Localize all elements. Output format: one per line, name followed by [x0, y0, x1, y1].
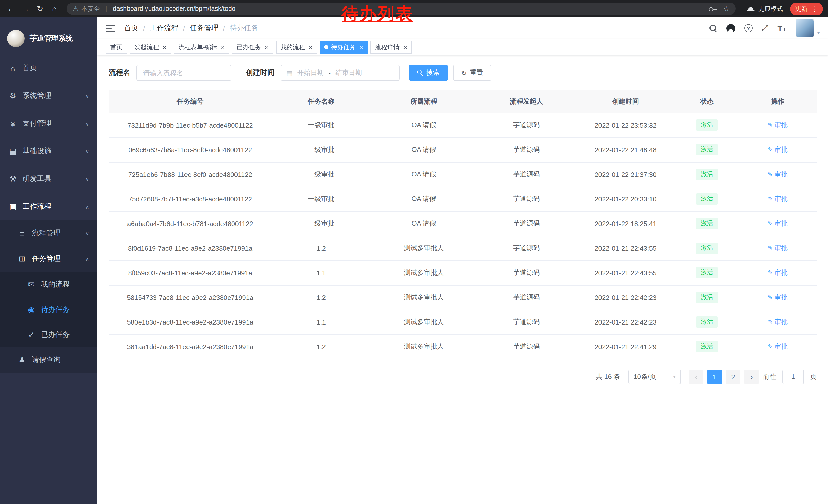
create-time: 2022-01-22 21:37:30 [576, 162, 675, 187]
search-button[interactable]: 搜索 [409, 64, 448, 81]
filter-row: 流程名 创建时间 ▦ 开始日期 - 结束日期 搜索 ↻ [109, 64, 817, 81]
sidebar-item-done-task[interactable]: ✓ 已办任务 [0, 322, 97, 347]
create-time: 2022-01-21 22:43:55 [576, 261, 675, 285]
incognito-badge: 无痕模式 [742, 3, 788, 15]
sidebar-item-home[interactable]: ⌂ 首页 [0, 54, 97, 82]
goto-page-input[interactable] [782, 369, 804, 384]
sidebar-item-process-mgmt[interactable]: ≡ 流程管理 ∨ [0, 221, 97, 246]
sidebar-item-system[interactable]: ⚙ 系统管理 ∨ [0, 82, 97, 110]
tab-item[interactable]: 发起流程× [130, 41, 171, 54]
table-row: a6aba0a4-7b6d-11ec-b781-acde48001122一级审批… [109, 211, 817, 236]
close-icon[interactable]: × [309, 44, 313, 50]
task-name: 一级审批 [272, 162, 371, 187]
approve-link[interactable]: ✎审批 [768, 220, 788, 227]
status-badge: 激活 [696, 267, 718, 278]
sidebar-item-devtools[interactable]: ⚒ 研发工具 ∨ [0, 165, 97, 193]
page-button-2[interactable]: 2 [726, 369, 740, 384]
sidebar-toggle-icon[interactable] [106, 25, 115, 32]
task-id: 381aa1dd-7ac8-11ec-a9e2-a2380e71991a [109, 334, 272, 359]
forward-icon[interactable]: → [19, 0, 32, 17]
reset-button[interactable]: ↻ 重置 [453, 64, 492, 81]
close-icon[interactable]: × [359, 44, 363, 50]
approve-link[interactable]: ✎审批 [768, 342, 788, 350]
tab-item[interactable]: 流程详情× [370, 41, 412, 54]
sidebar-item-payment[interactable]: ¥ 支付管理 ∨ [0, 110, 97, 137]
create-time: 2022-01-22 23:53:32 [576, 113, 675, 137]
start-date-placeholder[interactable]: 开始日期 [297, 68, 324, 78]
sidebar-item-label: 任务管理 [32, 254, 60, 264]
approve-link[interactable]: ✎审批 [768, 244, 788, 252]
chevron-down-icon[interactable]: ▾ [817, 30, 820, 35]
status-cell: 激活 [675, 334, 739, 359]
close-icon[interactable]: × [265, 44, 268, 50]
sidebar-item-my-process[interactable]: ✉ 我的流程 [0, 272, 97, 297]
tab-item[interactable]: 我的流程× [276, 41, 317, 54]
refresh-icon[interactable]: ↻ [34, 0, 46, 17]
task-id: a6aba0a4-7b6d-11ec-b781-acde48001122 [109, 211, 272, 236]
approve-link[interactable]: ✎审批 [768, 269, 788, 276]
sidebar-item-workflow[interactable]: ▣ 工作流程 ∧ [0, 193, 97, 221]
app-logo-row[interactable]: 芋道管理系统 [0, 17, 97, 54]
question-icon[interactable]: ? [744, 24, 753, 32]
breadcrumb-item[interactable]: 首页 [124, 24, 138, 33]
process-name-input[interactable] [136, 64, 232, 81]
approve-link[interactable]: ✎审批 [768, 195, 788, 202]
sidebar-item-leave-query[interactable]: ♟ 请假查询 [0, 347, 97, 373]
chevron-up-icon: ∧ [85, 204, 89, 210]
approve-link[interactable]: ✎审批 [768, 318, 788, 326]
chevron-down-icon: ∨ [85, 148, 89, 154]
end-date-placeholder[interactable]: 结束日期 [335, 68, 362, 78]
process-starter: 芋道源码 [477, 211, 576, 236]
search-button-label: 搜索 [426, 68, 440, 78]
approve-link[interactable]: ✎审批 [768, 146, 788, 153]
sidebar-item-task-mgmt[interactable]: ⊞ 任务管理 ∧ [0, 246, 97, 272]
create-time: 2022-01-21 22:42:23 [576, 310, 675, 334]
approve-link[interactable]: ✎审批 [768, 170, 788, 178]
sidebar-item-label: 基础设施 [23, 147, 51, 156]
column-header: 任务编号 [109, 90, 272, 113]
date-range-picker[interactable]: ▦ 开始日期 - 结束日期 [281, 64, 400, 81]
page-button-1[interactable]: 1 [707, 369, 722, 384]
github-icon[interactable] [727, 24, 735, 33]
search-icon[interactable] [709, 25, 717, 32]
active-tab-dot [325, 45, 329, 49]
tab-item[interactable]: 已办任务× [232, 41, 273, 54]
task-name: 一级审批 [272, 211, 371, 236]
sidebar-item-label: 研发工具 [23, 174, 51, 184]
prev-page-button[interactable]: ‹ [689, 369, 703, 384]
task-name: 1.1 [272, 310, 371, 334]
avatar[interactable] [796, 19, 814, 37]
process-starter: 芋道源码 [477, 261, 576, 285]
url-text[interactable]: dashboard.yudao.iocoder.cn/bpm/task/todo [113, 5, 236, 12]
breadcrumb-item[interactable]: 工作流程 [150, 24, 178, 33]
font-size-icon[interactable]: TT [778, 24, 786, 33]
sidebar-item-todo-task[interactable]: ◉ 待办任务 [0, 297, 97, 322]
process-name: 测试多审批人 [371, 285, 477, 310]
page-size-select[interactable]: 10条/页 ▾ [628, 369, 681, 384]
security-label[interactable]: 不安全 [82, 4, 100, 13]
key-icon[interactable] [709, 7, 717, 10]
approve-link[interactable]: ✎审批 [768, 121, 788, 129]
tab-item[interactable]: 流程表单-编辑× [174, 41, 229, 54]
edit-icon: ✎ [768, 146, 773, 153]
breadcrumb-item[interactable]: 任务管理 [190, 24, 218, 33]
next-page-button[interactable]: › [744, 369, 759, 384]
update-button[interactable]: 更新 ⋮ [790, 2, 823, 15]
task-id: 73211d9d-7b9b-11ec-b5b7-acde48001122 [109, 113, 272, 137]
back-icon[interactable]: ← [5, 0, 17, 17]
status-cell: 激活 [675, 261, 739, 285]
star-icon[interactable]: ☆ [723, 5, 730, 13]
chat-icon: ✉ [27, 280, 36, 289]
approve-link[interactable]: ✎审批 [768, 293, 788, 301]
menu-dots-icon[interactable]: ⋮ [811, 5, 818, 12]
close-icon[interactable]: × [221, 44, 225, 50]
workflow-submenu: ≡ 流程管理 ∨ ⊞ 任务管理 ∧ ✉ 我的流程 ◉ 待办任务 [0, 221, 97, 373]
close-icon[interactable]: × [163, 44, 166, 50]
action-cell: ✎审批 [739, 285, 817, 310]
tab-item[interactable]: 首页 [106, 41, 127, 54]
tab-active[interactable]: 待办任务× [320, 41, 368, 54]
fullscreen-icon[interactable]: ⤢ [762, 24, 769, 33]
sidebar-item-infra[interactable]: ▤ 基础设施 ∨ [0, 137, 97, 165]
close-icon[interactable]: × [403, 44, 407, 50]
home-icon[interactable]: ⌂ [48, 0, 60, 17]
